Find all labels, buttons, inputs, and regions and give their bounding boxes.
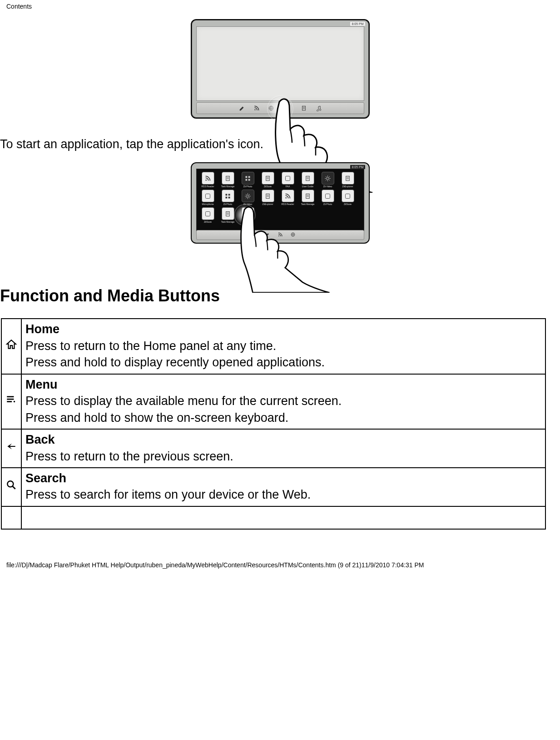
table-row: Search Press to search for items on your… bbox=[1, 468, 545, 506]
globe-icon bbox=[268, 105, 274, 111]
dock-bar bbox=[196, 102, 364, 114]
app-row: Microphone Zii Photo Zii Video ZiiExplor… bbox=[200, 190, 360, 205]
figure-tap-app: 8:05 PM RSS Reader Task Manage Zii Photo… bbox=[0, 162, 560, 245]
rss-icon bbox=[253, 105, 260, 111]
page-header: Contents bbox=[0, 0, 560, 10]
table-row: Menu Press to display the available menu… bbox=[1, 374, 545, 429]
page-icon bbox=[301, 105, 307, 111]
table-row: Back Press to return to the previous scr… bbox=[1, 429, 545, 468]
footer-path: file:///D|/Madcap Flare/Phuket HTML Help… bbox=[0, 530, 560, 575]
dock-bar bbox=[196, 230, 364, 240]
table-row bbox=[1, 506, 545, 529]
tap-instruction-text: To start an application, tap the applica… bbox=[0, 136, 560, 152]
search-icon bbox=[1, 468, 21, 506]
table-row: Home Press to return to the Home panel a… bbox=[1, 319, 545, 374]
rss-icon bbox=[278, 231, 283, 239]
home-icon bbox=[1, 319, 21, 374]
function-buttons-table: Home Press to return to the Home panel a… bbox=[1, 318, 546, 529]
pencil-icon bbox=[239, 105, 245, 111]
menu-description: Menu Press to display the available menu… bbox=[21, 374, 545, 429]
globe-icon bbox=[290, 231, 296, 239]
app-row: ZiiStore Task Manage App bbox=[200, 207, 360, 223]
section-title: Function and Media Buttons bbox=[0, 286, 560, 305]
music-icon bbox=[315, 105, 322, 111]
back-description: Back Press to return to the previous scr… bbox=[21, 429, 545, 468]
apps-screen: RSS Reader Task Manage Zii Photo ZiiStor… bbox=[196, 169, 364, 234]
figure-tap-dock: 8:05 PM bbox=[0, 19, 560, 120]
home-description: Home Press to return to the Home panel a… bbox=[21, 319, 545, 374]
pencil-icon bbox=[265, 231, 270, 239]
menu-icon bbox=[1, 374, 21, 429]
blank-screen bbox=[196, 26, 364, 101]
status-bar: 8:05 PM bbox=[350, 22, 365, 26]
search-description: Search Press to search for items on your… bbox=[21, 468, 545, 506]
tablet-device: 8:05 PM bbox=[191, 19, 370, 119]
back-icon bbox=[1, 429, 21, 468]
tablet-device-apps: 8:05 PM RSS Reader Task Manage Zii Photo… bbox=[191, 162, 370, 244]
app-row: RSS Reader Task Manage Zii Photo ZiiStor… bbox=[200, 172, 360, 188]
